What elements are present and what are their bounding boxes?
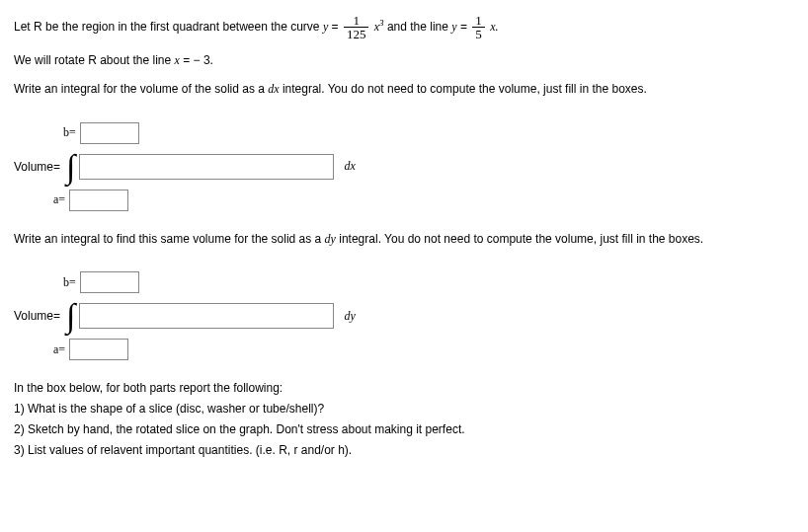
fraction-1: 1 125 [344, 14, 369, 40]
a-row-dx: a= [53, 190, 794, 211]
a-input-dx[interactable] [69, 190, 128, 211]
dy-instr1: Write an integral to find this same volu… [14, 232, 325, 246]
eq1: = [332, 20, 342, 34]
dx-sym: dx [268, 82, 279, 96]
intro-pre: Let R be the region in the first quadran… [14, 20, 323, 34]
dx-instr2: integral. You do not need to compute the… [280, 82, 647, 96]
y-var2: y [451, 20, 456, 34]
integral-dx-group: b= Volume = ∫ dx a= [14, 122, 794, 211]
frac1-num: 1 [344, 14, 369, 28]
frac2-den: 5 [472, 28, 485, 40]
dx-instr1: Write an integral for the volume of the … [14, 82, 268, 96]
volume-label-dx: Volume [14, 160, 53, 174]
equals-dy: = [53, 309, 60, 323]
differential-dy: dy [344, 309, 355, 324]
volume-row-dy: Volume = ∫ dy [14, 299, 794, 333]
frac1-den: 125 [344, 28, 369, 40]
neg3: − 3. [194, 53, 213, 67]
a-label-dy: a= [53, 342, 65, 357]
a-label-dx: a= [53, 192, 65, 207]
integral-symbol-dy: ∫ [66, 299, 75, 333]
b-row-dy: b= [63, 271, 794, 293]
x-var: x. [490, 20, 498, 34]
a-row-dy: a= [53, 339, 794, 360]
footer-l2: 1) What is the shape of a slice (disc, w… [14, 401, 794, 418]
footer-l1: In the box below, for both parts report … [14, 380, 794, 397]
rotate-line: We will rotate R about the line x = − 3. [14, 52, 794, 69]
integral-dy-group: b= Volume = ∫ dy a= [14, 271, 794, 360]
dx-instruction: Write an integral for the volume of the … [14, 81, 794, 98]
eq2: = [460, 20, 470, 34]
volume-label-dy: Volume [14, 309, 53, 323]
dy-instr2: integral. You do not need to compute the… [336, 232, 703, 246]
integral-symbol-dx: ∫ [66, 150, 75, 184]
b-label-dx: b= [63, 125, 76, 140]
dy-instruction: Write an integral to find this same volu… [14, 231, 794, 248]
b-input-dy[interactable] [80, 271, 139, 293]
b-input-dx[interactable] [80, 122, 139, 144]
rotate-pre: We will rotate R about the line [14, 53, 175, 67]
fraction-2: 1 5 [472, 14, 485, 40]
equals-dx: = [53, 160, 60, 174]
y-var: y [323, 20, 328, 34]
intro-line: Let R be the region in the first quadran… [14, 14, 794, 40]
dy-sym: dy [325, 232, 336, 246]
volume-row-dx: Volume = ∫ dx [14, 150, 794, 184]
eq3: = [183, 53, 193, 67]
footer-l3: 2) Sketch by hand, the rotated slice on … [14, 421, 794, 438]
frac2-num: 1 [472, 14, 485, 28]
integrand-input-dx[interactable] [79, 154, 334, 180]
integrand-input-dy[interactable] [79, 303, 334, 329]
x-cubed: x3 [374, 20, 384, 34]
and-line-text: and the line [387, 20, 451, 34]
a-input-dy[interactable] [69, 339, 128, 360]
x-eq: x [175, 53, 180, 67]
b-row-dx: b= [63, 122, 794, 144]
differential-dx: dx [344, 159, 355, 174]
footer-l4: 3) List values of relavent important qua… [14, 442, 794, 459]
b-label-dy: b= [63, 275, 76, 290]
